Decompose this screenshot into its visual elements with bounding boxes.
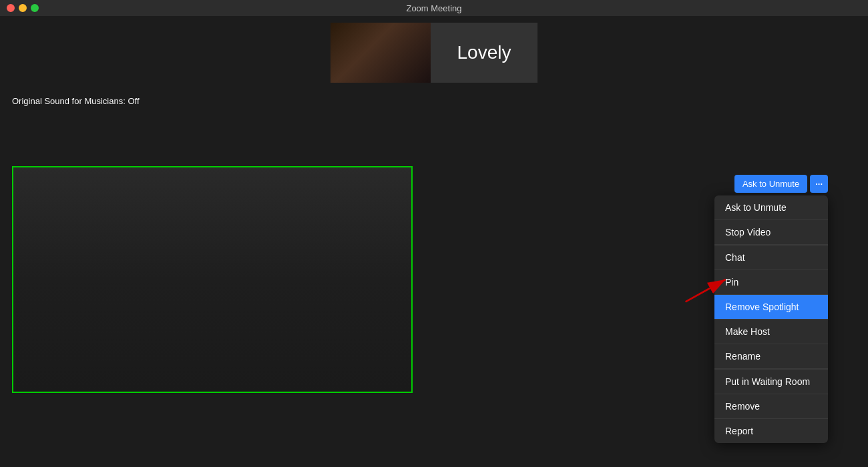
menu-item-rename[interactable]: Rename: [714, 344, 828, 369]
menu-item-stop-video[interactable]: Stop Video: [714, 220, 828, 245]
main-video-tile: [12, 166, 413, 393]
main-content: Lovely Original Sound for Musicians: Off…: [0, 16, 868, 467]
close-button[interactable]: [7, 4, 15, 12]
menu-item-report[interactable]: Report: [714, 419, 828, 443]
ask-to-unmute-button[interactable]: Ask to Unmute: [734, 175, 807, 193]
menu-item-ask-to-unmute[interactable]: Ask to Unmute: [714, 195, 828, 220]
menu-item-make-host[interactable]: Make Host: [714, 320, 828, 344]
more-options-button[interactable]: ···: [810, 175, 828, 193]
video-thumbnail: [331, 23, 431, 83]
top-video-area: Lovely: [331, 23, 537, 83]
original-sound-label: Original Sound for Musicians: Off: [12, 96, 140, 106]
window-controls: [7, 4, 39, 12]
action-buttons-row: Ask to Unmute ···: [714, 175, 828, 193]
minimize-button[interactable]: [19, 4, 27, 12]
participant-name: Lovely: [457, 42, 511, 63]
window-title: Zoom Meeting: [406, 3, 461, 13]
thumbnail-image: [331, 23, 431, 83]
main-video-content: [13, 167, 411, 392]
menu-item-remove[interactable]: Remove: [714, 394, 828, 419]
title-bar: Zoom Meeting: [0, 0, 868, 16]
name-plate: Lovely: [431, 23, 537, 83]
context-dropdown-menu: Ask to Unmute Stop Video Chat Pin Remove…: [714, 195, 828, 443]
menu-item-chat[interactable]: Chat: [714, 246, 828, 270]
maximize-button[interactable]: [31, 4, 39, 12]
svg-line-1: [686, 280, 726, 302]
menu-item-put-in-waiting-room[interactable]: Put in Waiting Room: [714, 370, 828, 394]
